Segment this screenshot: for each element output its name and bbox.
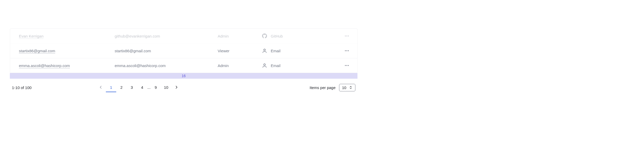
svg-point-2 <box>348 35 349 36</box>
svg-point-5 <box>346 50 347 51</box>
users-table: Evan Kerrigangithub@evankerrigan.comAdmi… <box>10 28 357 73</box>
svg-point-7 <box>264 64 266 65</box>
svg-point-8 <box>345 65 346 66</box>
page-button-4[interactable]: 4 <box>137 83 147 92</box>
auth-label: Email <box>271 63 281 68</box>
user-icon <box>262 63 267 68</box>
auth-label: GitHub <box>271 34 283 38</box>
page-button-3[interactable]: 3 <box>127 83 137 92</box>
github-icon <box>262 33 267 39</box>
svg-point-6 <box>348 50 349 51</box>
user-email: startix86@gmail.com <box>115 49 218 53</box>
user-name-link[interactable]: Evan Kerrigan <box>19 34 43 38</box>
user-email: emma.ascoli@hashicorp.com <box>115 63 218 68</box>
count-badge: 16 <box>10 73 357 79</box>
svg-point-9 <box>346 65 347 66</box>
svg-point-4 <box>345 50 346 51</box>
user-auth: GitHub <box>262 33 339 39</box>
user-email: github@evankerrigan.com <box>115 34 218 38</box>
user-auth: Email <box>262 63 339 68</box>
page-button-1[interactable]: 1 <box>106 83 116 92</box>
row-actions-button[interactable] <box>344 33 349 39</box>
svg-point-3 <box>264 49 266 51</box>
user-name-link[interactable]: emma.ascoli@hashicorp.com <box>19 63 70 68</box>
user-auth: Email <box>262 48 339 53</box>
page-button-10[interactable]: 10 <box>161 83 171 92</box>
user-role: Admin <box>218 34 262 38</box>
user-name-link[interactable]: startix86@gmail.com <box>19 49 55 53</box>
page-nav: 1234...910 <box>96 83 182 92</box>
items-per-page-label: Items per page <box>310 85 335 90</box>
items-per-page: Items per page 10 <box>310 84 355 91</box>
user-icon <box>262 48 267 53</box>
svg-point-0 <box>345 35 346 36</box>
items-per-page-value: 10 <box>342 85 346 90</box>
page-button-2[interactable]: 2 <box>116 83 127 92</box>
items-per-page-select[interactable]: 10 <box>339 84 355 91</box>
prev-page-button[interactable] <box>96 83 106 92</box>
table-row: Evan Kerrigangithub@evankerrigan.comAdmi… <box>10 29 357 43</box>
svg-point-10 <box>348 65 349 66</box>
pagination: 1-10 of 100 1234...910 Items per page 10 <box>10 79 357 92</box>
next-page-button[interactable] <box>171 83 182 92</box>
page-button-9[interactable]: 9 <box>151 83 161 92</box>
page-ellipsis: ... <box>147 85 151 90</box>
table-row: emma.ascoli@hashicorp.comemma.ascoli@has… <box>10 58 357 73</box>
auth-label: Email <box>271 49 281 53</box>
page-range: 1-10 of 100 <box>12 85 32 90</box>
table-row: startix86@gmail.comstartix86@gmail.comVi… <box>10 43 357 58</box>
row-actions-button[interactable] <box>344 48 349 53</box>
user-role: Viewer <box>218 49 262 53</box>
row-actions-button[interactable] <box>344 63 349 68</box>
svg-point-1 <box>346 35 347 36</box>
user-role: Admin <box>218 63 262 68</box>
